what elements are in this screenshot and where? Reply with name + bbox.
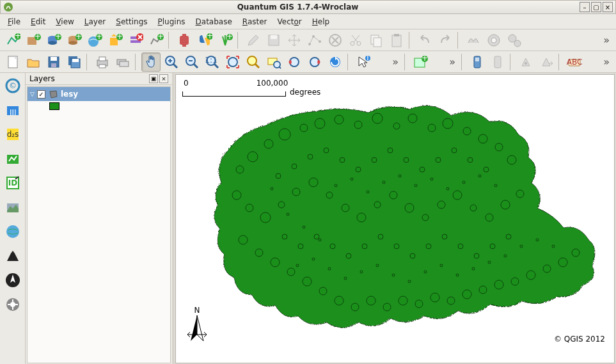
add-spatialite-layer-icon[interactable]: + xyxy=(65,31,84,50)
toolbar-overflow-icon[interactable]: » xyxy=(388,56,402,68)
svg-text:+: + xyxy=(55,33,61,41)
copy-features-icon[interactable] xyxy=(367,31,386,50)
menu-edit[interactable]: Edit xyxy=(26,15,51,28)
gps-import-icon[interactable] xyxy=(488,52,507,72)
svg-text:i: i xyxy=(367,54,368,62)
quick-print-icon[interactable] xyxy=(4,296,22,313)
pan-map-icon[interactable] xyxy=(141,52,161,72)
svg-point-193 xyxy=(399,175,401,177)
add-delimited-text-icon[interactable]: + xyxy=(411,52,430,72)
toolbar-overflow-icon[interactable]: » xyxy=(445,56,459,68)
delete-selected-icon[interactable] xyxy=(326,31,345,50)
svg-point-100 xyxy=(264,139,273,148)
identify-features-icon[interactable]: i xyxy=(354,52,373,72)
minimize-button[interactable]: – xyxy=(580,2,590,12)
add-wms-layer-icon[interactable]: + xyxy=(85,31,104,50)
add-wfs-layer-icon[interactable]: + xyxy=(106,31,125,50)
svg-point-94 xyxy=(6,225,19,238)
layers-panel-close-icon[interactable]: × xyxy=(159,74,168,83)
toolbar-separator xyxy=(457,32,461,49)
manage-plugins-icon[interactable] xyxy=(175,31,194,50)
zoom-last-icon[interactable] xyxy=(285,52,304,72)
open-project-icon[interactable] xyxy=(24,52,43,72)
svg-point-122 xyxy=(342,204,349,212)
menu-settings[interactable]: Settings xyxy=(111,15,152,28)
expand-toggle-icon[interactable]: ▽ xyxy=(30,91,35,97)
raster-terrain-icon[interactable] xyxy=(4,198,22,216)
layer-color-swatch xyxy=(49,102,59,110)
wps-icon[interactable] xyxy=(4,223,22,241)
svg-point-214 xyxy=(520,245,523,248)
evis-icon[interactable] xyxy=(4,150,22,168)
save-project-as-icon[interactable] xyxy=(65,52,84,72)
layers-panel-undock-icon[interactable]: ▣ xyxy=(149,74,158,83)
add-part-icon[interactable] xyxy=(505,31,524,50)
georeferencer-icon[interactable] xyxy=(516,52,535,72)
svg-point-209 xyxy=(440,264,443,267)
svg-point-111 xyxy=(463,127,471,135)
svg-point-199 xyxy=(494,184,497,187)
layers-list[interactable]: ▽ ✓ lesy xyxy=(27,86,171,363)
menu-raster[interactable]: Raster xyxy=(237,15,272,28)
menu-help[interactable]: Help xyxy=(307,15,335,28)
coordinate-capture-icon[interactable]: © xyxy=(4,77,22,95)
zoom-out-icon[interactable] xyxy=(182,52,201,72)
georef-run-icon[interactable] xyxy=(537,52,556,72)
node-tool-icon[interactable] xyxy=(305,31,324,50)
add-vector-layer-icon[interactable]: + xyxy=(3,31,22,50)
paste-features-icon[interactable] xyxy=(387,31,406,50)
python-console-icon[interactable]: + xyxy=(195,31,214,50)
zoom-selection-icon[interactable] xyxy=(244,52,263,72)
refresh-icon[interactable] xyxy=(326,52,345,72)
svg-point-149 xyxy=(479,286,487,294)
undo-icon[interactable] xyxy=(415,31,434,50)
zoom-next-icon[interactable] xyxy=(305,52,324,72)
zoom-native-icon[interactable]: 1:1 xyxy=(203,52,222,72)
save-edits-icon[interactable] xyxy=(264,31,283,50)
menu-database[interactable]: Database xyxy=(191,15,237,28)
zoom-in-icon[interactable] xyxy=(162,52,181,72)
layer-visibility-checkbox[interactable]: ✓ xyxy=(37,90,45,99)
toolbar-overflow-icon[interactable]: » xyxy=(599,56,613,68)
save-project-icon[interactable] xyxy=(44,52,63,72)
svg-point-145 xyxy=(415,300,423,308)
move-feature-icon[interactable] xyxy=(285,31,304,50)
add-raster-layer-icon[interactable]: + xyxy=(24,31,43,50)
zoom-layer-icon[interactable] xyxy=(264,52,283,72)
menu-plugins[interactable]: Plugins xyxy=(153,15,191,28)
north-arrow-icon[interactable] xyxy=(4,271,22,289)
layer-item[interactable]: ▽ ✓ lesy xyxy=(28,87,170,101)
toolbar-separator xyxy=(409,32,413,49)
menu-file[interactable]: File xyxy=(3,15,26,28)
new-vector-layer-icon[interactable]: + xyxy=(146,31,166,50)
print-composer-icon[interactable] xyxy=(93,52,112,72)
event-browser-icon[interactable]: III xyxy=(4,101,22,119)
new-project-icon[interactable] xyxy=(3,52,22,72)
maximize-button[interactable]: ▢ xyxy=(591,2,601,12)
dxf2shp-icon[interactable]: d₂s xyxy=(4,125,22,143)
map-canvas[interactable]: 0100,000 degrees N © QGIS 2012 xyxy=(175,74,615,363)
edit-pencil-icon[interactable] xyxy=(244,31,263,50)
simplify-feature-icon[interactable] xyxy=(464,31,483,50)
toolbar-overflow-icon[interactable]: » xyxy=(599,34,613,46)
histogram-icon[interactable] xyxy=(4,247,22,265)
svg-point-146 xyxy=(430,293,439,302)
svg-point-105 xyxy=(354,121,362,129)
zoom-full-icon[interactable] xyxy=(223,52,242,72)
add-ring-icon[interactable] xyxy=(484,31,503,50)
redo-icon[interactable] xyxy=(436,31,455,50)
cut-features-icon[interactable] xyxy=(346,31,365,50)
interpolation-icon[interactable]: ID xyxy=(4,174,22,192)
close-button[interactable]: × xyxy=(603,2,613,12)
add-postgis-layer-icon[interactable]: + xyxy=(44,31,63,50)
menu-view[interactable]: View xyxy=(51,15,79,28)
menu-layer[interactable]: Layer xyxy=(79,15,111,28)
gps-tools-icon[interactable] xyxy=(468,52,487,72)
menu-vector[interactable]: Vector xyxy=(272,15,307,28)
layers-panel: Layers ▣ × ▽ ✓ lesy xyxy=(26,73,174,364)
svg-rect-79 xyxy=(475,58,479,61)
labeling-icon[interactable]: ABC xyxy=(565,52,584,72)
remove-layer-icon[interactable] xyxy=(126,31,145,50)
grass-tools-icon[interactable]: + xyxy=(216,31,235,50)
composer-manager-icon[interactable] xyxy=(113,52,132,72)
